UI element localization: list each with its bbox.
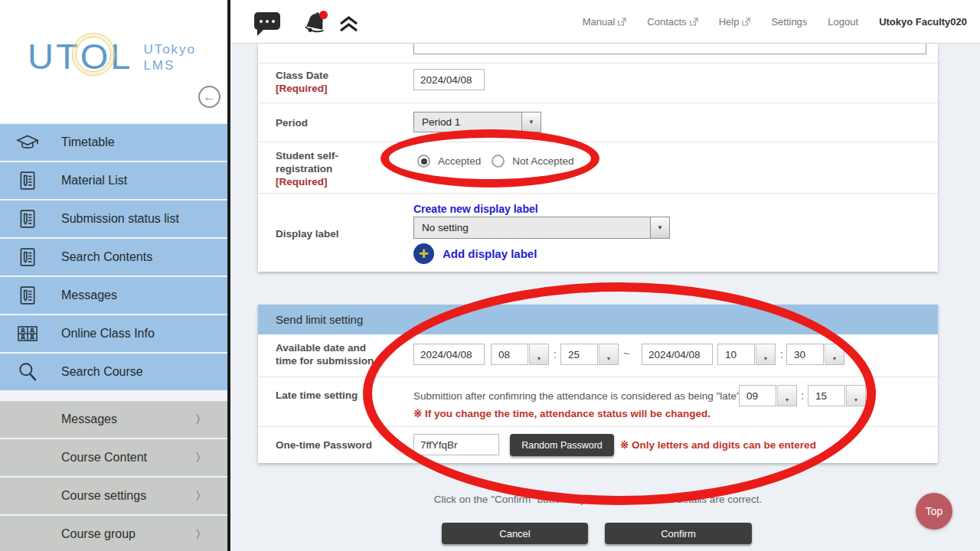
period-select[interactable]: Period 1 ▼	[413, 112, 541, 132]
chevron-down-icon[interactable]: ▼	[651, 217, 669, 238]
end-minute-spinner[interactable]: 30 ▼	[786, 344, 844, 365]
top-bar: Manual Contacts Help Settings Logout Uto…	[230, 0, 980, 44]
clipboard-icon	[14, 167, 41, 194]
chevron-right-icon: 〉	[195, 489, 207, 504]
one-time-password-input[interactable]	[413, 434, 499, 455]
sidebar-item-course-group[interactable]: Course group 〉	[0, 516, 227, 551]
clipboard-icon	[14, 282, 41, 309]
time-colon: :	[801, 390, 804, 402]
period-label: Period	[276, 116, 308, 129]
time-colon: :	[780, 348, 783, 360]
self-registration-label: Student self- registration [Required]	[276, 149, 338, 188]
required-badge: [Required]	[276, 175, 338, 188]
sidebar-item-course-messages[interactable]: Messages 〉	[0, 401, 227, 438]
logo-letter: U	[28, 35, 56, 77]
row-divider	[258, 193, 938, 194]
radio-not-accepted[interactable]	[492, 155, 505, 168]
sidebar-item-messages[interactable]: Messages	[0, 277, 227, 314]
sidebar-item-submission-status-list[interactable]: Submission status list	[0, 201, 227, 237]
password-note: ※ Only letters and digits can be entered	[620, 439, 816, 451]
external-link-icon	[742, 18, 750, 26]
sidebar-item-material-list[interactable]: Material List	[0, 162, 227, 199]
help-link[interactable]: Help	[719, 16, 751, 28]
row-divider	[258, 377, 938, 377]
start-hour-spinner[interactable]: 08 ▼	[491, 344, 549, 365]
confirm-instruction: Click on the "Confirm" button to proceed…	[258, 494, 938, 505]
late-hour-spinner[interactable]: 09 ▼	[739, 385, 797, 406]
notification-bell-icon[interactable]	[299, 8, 332, 40]
spinner-arrow-icon[interactable]: ▼	[846, 385, 866, 406]
late-time-label: Late time setting	[276, 389, 358, 402]
chevron-down-icon[interactable]: ▼	[522, 112, 541, 132]
one-time-password-label: One-time Password	[276, 439, 372, 452]
attendance-form-card: Class Date [Required] Period Period 1 ▼ …	[258, 44, 938, 272]
sidebar-item-search-contents[interactable]: Search Contents	[0, 239, 227, 276]
sidebar-collapse-button[interactable]: ←	[198, 86, 220, 108]
row-divider	[258, 142, 938, 142]
contacts-link[interactable]: Contacts	[647, 16, 697, 28]
chevron-right-icon: 〉	[195, 412, 207, 427]
top-bar-links: Manual Contacts Help Settings Logout Uto…	[583, 0, 967, 44]
spinner-arrow-icon[interactable]: ▼	[599, 344, 619, 365]
row-divider	[258, 63, 938, 64]
title-input-partial[interactable]	[413, 44, 926, 54]
row-divider	[258, 103, 938, 103]
sidebar: UTOL UTokyo LMS ← Timetable Material Lis…	[0, 0, 227, 551]
sidebar-main-nav: Timetable Material List Submission statu…	[0, 124, 227, 392]
chevron-right-icon: 〉	[195, 451, 207, 465]
create-display-label-link[interactable]: Create new display label	[413, 203, 538, 215]
required-badge: [Required]	[276, 82, 328, 95]
range-tilde: ~	[623, 347, 629, 360]
scroll-to-top-button[interactable]: Top	[916, 493, 952, 530]
class-date-input[interactable]	[413, 69, 485, 90]
end-hour-spinner[interactable]: 10 ▼	[717, 344, 776, 365]
display-label-label: Display label	[276, 227, 339, 240]
graduation-cap-icon	[14, 129, 41, 156]
sidebar-item-search-course[interactable]: Search Course	[0, 354, 227, 390]
random-password-button[interactable]: Random Password	[510, 434, 614, 456]
sidebar-item-course-content[interactable]: Course Content 〉	[0, 439, 227, 476]
spinner-arrow-icon[interactable]: ▼	[756, 344, 776, 365]
display-label-select[interactable]: No setting ▼	[413, 217, 670, 239]
sidebar-course-nav: Messages 〉 Course Content 〉 Course setti…	[0, 401, 227, 551]
confirm-button[interactable]: Confirm	[605, 523, 752, 544]
user-name: Utokyo Faculty020	[879, 16, 967, 28]
logo-letter-o: O	[80, 35, 111, 77]
row-divider	[258, 426, 938, 427]
add-display-label-button[interactable]: + Add display label	[413, 243, 537, 264]
logo-letter: L	[110, 35, 132, 77]
clipboard-icon	[14, 205, 41, 233]
settings-link[interactable]: Settings	[771, 16, 807, 28]
spinner-arrow-icon[interactable]: ▼	[777, 385, 797, 406]
utol-logo-letters: UTOL	[28, 35, 132, 77]
end-date-input[interactable]	[642, 344, 713, 365]
time-colon: :	[554, 348, 557, 360]
late-minute-spinner[interactable]: 15 ▼	[808, 385, 866, 406]
external-link-icon	[690, 18, 698, 26]
spinner-arrow-icon[interactable]: ▼	[529, 344, 549, 365]
available-datetime-label: Available date and time for submission	[276, 341, 374, 367]
spinner-arrow-icon[interactable]: ▼	[825, 344, 844, 365]
clipboard-icon	[14, 243, 41, 271]
manual-link[interactable]: Manual	[583, 16, 627, 28]
send-limit-section: Send limit setting Available date and ti…	[258, 305, 938, 463]
sidebar-item-timetable[interactable]: Timetable	[0, 124, 227, 161]
logo-subtitle: UTokyo LMS	[143, 41, 196, 73]
class-date-label: Class Date [Required]	[276, 69, 328, 95]
sidebar-logo-area: UTOL UTokyo LMS ←	[0, 0, 227, 122]
sidebar-border	[227, 0, 230, 551]
self-registration-options: Accepted Not Accepted	[417, 155, 574, 168]
sidebar-item-online-class-info[interactable]: Online Class Info	[0, 315, 227, 352]
start-minute-spinner[interactable]: 25 ▼	[560, 344, 619, 365]
external-link-icon	[618, 18, 626, 26]
logout-link[interactable]: Logout	[828, 16, 858, 28]
plus-icon: +	[413, 243, 434, 264]
back-arrow-icon: ←	[203, 90, 216, 104]
utol-logo: UTOL UTokyo LMS	[28, 35, 196, 77]
radio-accepted[interactable]	[417, 155, 430, 168]
start-date-input[interactable]	[413, 344, 485, 365]
sidebar-item-course-settings[interactable]: Course settings 〉	[0, 478, 227, 514]
magnifier-icon	[14, 358, 41, 386]
cancel-button[interactable]: Cancel	[442, 523, 588, 544]
collapse-up-icon[interactable]	[338, 15, 359, 37]
